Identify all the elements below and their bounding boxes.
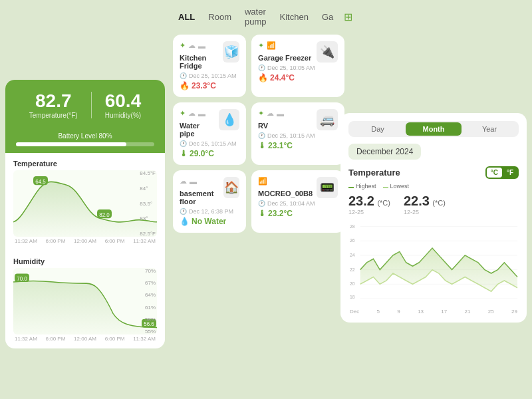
highest-date: 12-25 <box>348 209 390 215</box>
device-name: RV <box>258 122 284 130</box>
hum-y-labels: 70%67%64%61%58%55% <box>145 268 156 334</box>
battery-icon: ▬ <box>198 42 205 50</box>
cloud-icon: ☁ <box>267 109 274 118</box>
device-image: 🚐 <box>317 109 338 130</box>
tab-room[interactable]: Room <box>205 11 234 23</box>
temperature-value: 82.7 <box>29 90 78 112</box>
highest-stat: 23.2 (*C) 12-25 <box>348 194 390 215</box>
lowest-legend-dot <box>383 187 388 188</box>
device-time: 🕐Dec 25, 10:15 AM <box>180 140 239 147</box>
time-tabs: Day Month Year <box>348 121 519 137</box>
svg-text:70.0: 70.0 <box>17 276 27 282</box>
highest-legend-label: Highest <box>356 183 376 190</box>
bluetooth-icon: ✦ <box>258 109 264 118</box>
battery-label: Battery Level 80% <box>16 132 154 140</box>
svg-text:26: 26 <box>350 237 355 243</box>
temp-header: Temperature °C °F <box>348 166 519 179</box>
device-image: 🧊 <box>223 41 239 63</box>
device-temp: 🌡23.1°C <box>258 141 338 150</box>
bluetooth-icon: ✦ <box>258 41 264 50</box>
tab-year[interactable]: Year <box>462 122 517 136</box>
cloud-icon: ☁ <box>188 109 196 118</box>
device-card-kitchen-fridge[interactable]: ✦ ☁ ▬ Kitchen Fridge 🧊 🕐Dec 25, 10:15 AM… <box>173 35 246 97</box>
svg-text:20: 20 <box>350 281 355 287</box>
device-image: 🏠 <box>223 177 239 198</box>
month-badge: December 2024 <box>348 144 421 160</box>
temp-chart-title: Temperature <box>13 160 157 168</box>
humidity-value: 60.4 <box>105 90 142 112</box>
unit-fahrenheit[interactable]: °F <box>503 168 517 178</box>
battery-icon: ▬ <box>190 178 197 186</box>
temp-y-labels: 84.5°F84°83.5°83°82.5°F <box>140 170 156 237</box>
device-icons: 📶 <box>258 177 313 186</box>
device-card-rv[interactable]: ✦ ☁ ▬ RV 🚐 🕐Dec 25, 10:15 AM 🌡23.1°C <box>251 102 344 165</box>
right-chart: 28 26 24 22 20 18 <box>348 221 519 307</box>
lowest-date: 12-25 <box>404 209 446 215</box>
battery-bar-bg <box>16 142 154 146</box>
device-name: basement floor <box>180 190 219 205</box>
hum-svg: 70.0 56.6 <box>13 268 157 334</box>
device-icons: ✦ ☁ ▬ <box>258 109 284 118</box>
svg-text:82.0: 82.0 <box>99 211 110 219</box>
bluetooth-icon: ✦ <box>180 109 186 118</box>
unit-celsius[interactable]: °C <box>487 168 502 178</box>
device-card-water-pipe[interactable]: ✦ ☁ ▬ Water pipe 💧 🕐Dec 25, 10:15 AM 🌡29… <box>173 102 246 165</box>
temperature-stat: 82.7 Temperature(°F) <box>29 90 78 119</box>
hum-chart-area: 70.0 56.6 70%67%64%61%58%55% <box>13 268 157 334</box>
wifi-icon: 📶 <box>267 41 276 50</box>
unit-toggle[interactable]: °C °F <box>485 166 519 179</box>
device-time: 🕐Dec 25, 10:05 AM <box>258 65 338 71</box>
tab-month[interactable]: Month <box>406 122 462 136</box>
temp-svg: 64.5 82.0 <box>13 170 157 237</box>
tab-water-pump[interactable]: water pump <box>242 5 269 28</box>
hum-x-labels: 11:32 AM6:00 PM12:00 AM6:00 PM11:32 AM <box>13 336 157 342</box>
temperature-label: Temperature(°F) <box>29 112 78 119</box>
device-image: 💧 <box>219 109 239 130</box>
stats-header: 82.7 Temperature(°F) 60.4 Humidity(%) <box>5 80 165 130</box>
tab-kitchen[interactable]: Kitchen <box>277 11 311 23</box>
center-panel: ALL Room water pump Kitchen Ga ⊞ ✦ ☁ ▬ K… <box>173 5 344 233</box>
device-name: Garage Freezer <box>258 54 311 62</box>
device-icons: ✦ ☁ ▬ <box>180 41 219 50</box>
temp-chart-section: Temperature 64.5 82.0 <box>5 153 165 251</box>
device-grid: ✦ ☁ ▬ Kitchen Fridge 🧊 🕐Dec 25, 10:15 AM… <box>173 35 344 233</box>
battery-fill <box>16 142 126 146</box>
battery-section: Battery Level 80% <box>5 130 165 153</box>
hum-chart-section: Humidity 70.0 56.6 70%67%64%61 <box>5 251 165 348</box>
right-panel: Day Month Year December 2024 Temperature… <box>340 113 527 323</box>
device-name: Water pipe <box>180 122 215 138</box>
device-card-basement[interactable]: ☁ ▬ basement floor 🏠 🕐Dec 12, 6:38 PM 💧N… <box>173 170 246 233</box>
tab-all[interactable]: ALL <box>176 11 198 23</box>
temp-x-labels: 11:32 AM6:00 PM12:00 AM6:00 PM11:32 AM <box>13 238 157 244</box>
svg-text:64.5: 64.5 <box>35 178 46 186</box>
left-panel: 82.7 Temperature(°F) 60.4 Humidity(%) Ba… <box>5 80 165 348</box>
device-image: 📟 <box>317 177 338 198</box>
humidity-label: Humidity(%) <box>105 112 142 119</box>
tab-day[interactable]: Day <box>350 122 406 136</box>
device-icons: ✦ 📶 <box>258 41 311 50</box>
lowest-legend-label: Lowest <box>390 183 410 190</box>
lowest-value: 22.3 (*C) <box>404 194 446 209</box>
tab-ga[interactable]: Ga <box>319 11 336 23</box>
cloud-icon: ☁ <box>188 41 196 50</box>
device-card-mocreo[interactable]: 📶 MOCREO_00B8 📟 🕐Dec 25, 10:04 AM 🌡23.2°… <box>251 170 344 233</box>
device-card-garage-freezer[interactable]: ✦ 📶 Garage Freezer 🔌 🕐Dec 25, 10:05 AM 🔥… <box>251 35 344 97</box>
device-icons: ☁ ▬ <box>180 177 219 186</box>
device-name: MOCREO_00B8 <box>258 190 313 198</box>
bluetooth-icon: ✦ <box>180 41 186 50</box>
device-icons: ✦ ☁ ▬ <box>180 109 215 118</box>
battery-icon: ▬ <box>198 110 205 118</box>
device-image: 🔌 <box>317 41 338 63</box>
device-temp: 🌡29.0°C <box>180 149 239 158</box>
temp-chart-area: 64.5 82.0 84.5°F84°83.5°83°82.5°F <box>13 170 157 237</box>
right-chart-svg: 28 26 24 22 20 18 <box>348 221 519 307</box>
hum-chart-title: Humidity <box>13 257 157 265</box>
device-temp: 💧No Water <box>180 217 239 226</box>
chart-legend: Highest Lowest <box>348 183 519 190</box>
layers-icon: ⊞ <box>344 11 352 23</box>
lowest-stat: 22.3 (*C) 12-25 <box>404 194 446 215</box>
highest-legend-dot <box>348 187 354 188</box>
stat-divider <box>91 92 92 118</box>
device-temp: 🔥23.3°C <box>180 81 239 90</box>
battery-icon: ▬ <box>277 110 284 118</box>
